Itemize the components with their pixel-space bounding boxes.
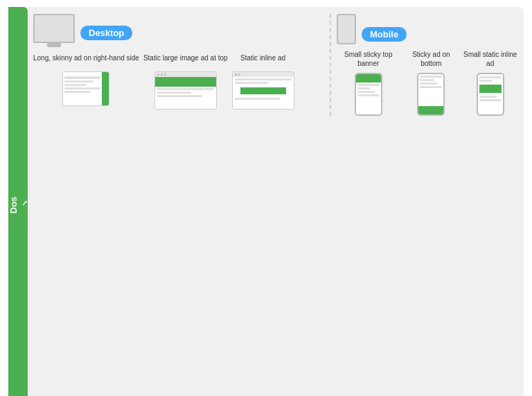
content-line bbox=[235, 82, 269, 84]
inline-content bbox=[233, 77, 294, 109]
phone-bottom-ad bbox=[418, 106, 443, 114]
line bbox=[357, 94, 380, 96]
top-banner-bar bbox=[155, 72, 216, 77]
line bbox=[357, 87, 371, 89]
dos-text: Dos bbox=[8, 196, 19, 214]
line bbox=[479, 76, 502, 78]
content-line bbox=[235, 78, 292, 80]
line bbox=[420, 86, 442, 88]
top-banner-browser bbox=[154, 71, 217, 110]
inline-ad-block bbox=[240, 87, 286, 94]
dos-desktop-ad-2: Static large image ad at top bbox=[143, 47, 228, 110]
line bbox=[357, 84, 380, 86]
phone-body bbox=[356, 83, 381, 114]
desktop-badge: Desktop bbox=[80, 26, 132, 40]
phone-top-ad bbox=[356, 74, 381, 83]
top-banner-content bbox=[155, 87, 216, 109]
mobile-badge: Mobile bbox=[362, 27, 407, 42]
dos-content: Desktop Long, skinny ad on right-hand si… bbox=[28, 7, 524, 396]
dos-mobile-header: Mobile bbox=[337, 14, 518, 44]
skinny-browser bbox=[62, 71, 109, 106]
content-line bbox=[235, 98, 281, 100]
dot1 bbox=[157, 74, 159, 76]
line bbox=[479, 96, 497, 98]
dos-mobile-ad-2: Sticky ad on bottom bbox=[405, 49, 459, 116]
dot2 bbox=[238, 74, 240, 76]
dos-category-row: Desktop Long, skinny ad on right-hand si… bbox=[33, 14, 518, 116]
dos-mobile-ad-3-label: Small static inline ad bbox=[462, 49, 518, 69]
line bbox=[479, 99, 502, 101]
dos-check-icon: ✓ bbox=[19, 198, 28, 207]
line bbox=[357, 91, 375, 93]
phone-body bbox=[418, 74, 443, 106]
content-line bbox=[157, 92, 191, 94]
dos-desktop-side: Desktop Long, skinny ad on right-hand si… bbox=[33, 14, 331, 116]
dos-mobile-ads: Small sticky top banner bbox=[337, 49, 518, 116]
dos-mobile-ad-1: Small sticky top banner bbox=[337, 49, 400, 116]
side-ad-block bbox=[102, 72, 109, 105]
content-line bbox=[157, 88, 214, 90]
line bbox=[420, 79, 433, 81]
dos-mobile-ad-1-label: Small sticky top banner bbox=[337, 49, 400, 69]
inline-bar bbox=[233, 72, 294, 77]
dos-desktop-ad-1: Long, skinny ad on right-hand side bbox=[33, 47, 139, 106]
dos-mobile-ad-2-label: Sticky ad on bottom bbox=[405, 49, 459, 69]
phone-sticky-bottom bbox=[417, 73, 445, 116]
dos-desktop-ad-3-label: Static inline ad bbox=[240, 47, 285, 68]
dos-desktop-ad-2-label: Static large image ad at top bbox=[143, 47, 228, 68]
dos-desktop-ad-3: Static inline ad bbox=[232, 47, 294, 110]
line bbox=[420, 76, 442, 78]
phone-sticky-top bbox=[355, 73, 382, 116]
inline-browser bbox=[232, 71, 294, 110]
dot1 bbox=[235, 74, 237, 76]
content-line bbox=[157, 95, 203, 97]
dos-mobile-ad-3: Small static inline ad bbox=[462, 49, 518, 116]
dot2 bbox=[161, 74, 163, 76]
dot3 bbox=[164, 74, 166, 76]
page-container: Dos ✓ Desktop Long, skinny ad on right-h… bbox=[0, 0, 532, 396]
mobile-icon bbox=[337, 14, 356, 44]
desktop-icon bbox=[33, 14, 75, 43]
phone-inline-ad bbox=[479, 85, 502, 93]
line bbox=[479, 80, 493, 82]
line bbox=[420, 83, 438, 85]
dos-section: Dos ✓ Desktop Long, skinny ad on right-h… bbox=[8, 7, 524, 396]
dos-desktop-ads: Long, skinny ad on right-hand side bbox=[33, 47, 324, 110]
dos-desktop-header: Desktop bbox=[33, 14, 324, 43]
dos-mobile-side: Mobile Small sticky top banner bbox=[331, 14, 518, 116]
top-banner-ad-block bbox=[155, 77, 216, 87]
skinny-main bbox=[63, 72, 102, 105]
phone-static-inline bbox=[477, 73, 504, 116]
dos-label: Dos ✓ bbox=[8, 7, 28, 396]
dos-desktop-ad-1-label: Long, skinny ad on right-hand side bbox=[33, 47, 139, 68]
